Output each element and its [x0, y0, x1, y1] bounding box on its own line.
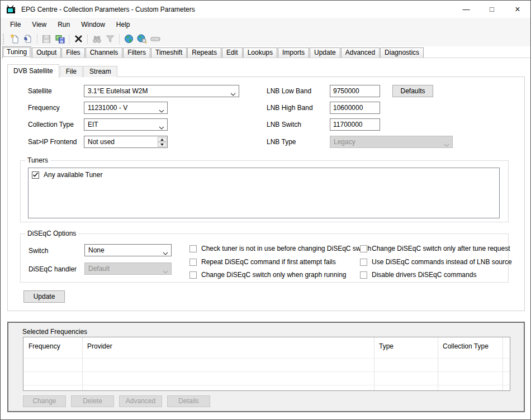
tv-app-icon: [6, 5, 16, 14]
tab-channels[interactable]: Channels: [86, 47, 123, 58]
menu-file[interactable]: File: [4, 18, 26, 31]
checkbox-disable-drivers-diseqc[interactable]: Disable drivers DiSEqC commands: [360, 271, 476, 279]
toolbar-separator: [37, 34, 37, 44]
diseqc-handler-select: Default: [84, 262, 172, 275]
update-button[interactable]: Update: [23, 290, 65, 303]
column-header-collection-type[interactable]: Collection Type: [438, 337, 502, 356]
satellite-label: Satellite: [28, 87, 52, 95]
diseqc-options-groupbox: DiSEqC Options Switch None DiSEqC handle…: [20, 233, 509, 283]
collection-type-select[interactable]: EIT: [84, 118, 168, 131]
diseqc-switch-select[interactable]: None: [84, 244, 172, 256]
diseqc-handler-label: DiSEqC handler: [29, 265, 77, 273]
menu-help[interactable]: Help: [111, 18, 136, 31]
menu-run[interactable]: Run: [52, 18, 75, 31]
checkbox-repeat-diseqc-command[interactable]: Repeat DiSEqC command if first attempt f…: [189, 258, 336, 266]
spin-down-button[interactable]: [158, 142, 167, 147]
chevron-down-icon: [230, 90, 236, 97]
lnb-high-band-input[interactable]: [330, 102, 380, 114]
tab-dvb-satellite[interactable]: DVB Satellite: [7, 64, 59, 78]
chevron-down-icon: [444, 141, 449, 148]
filter-icon[interactable]: [103, 32, 117, 45]
inner-tabstrip: DVB Satellite File Stream: [7, 63, 118, 77]
satellite-select[interactable]: 3.1°E Eutelsat W2M: [84, 85, 239, 97]
frequency-label: Frequency: [28, 104, 60, 112]
collection-type-label: Collection Type: [28, 121, 74, 128]
row-divider: [23, 371, 510, 372]
tab-output[interactable]: Output: [32, 47, 61, 58]
chevron-down-icon: [163, 268, 168, 275]
satip-frontend-spinner[interactable]: Not used: [84, 136, 168, 148]
toolbar: [1, 31, 530, 46]
minimize-button[interactable]: —: [453, 1, 479, 18]
save-collection-icon[interactable]: [53, 32, 67, 45]
tuners-group-title: Tuners: [25, 156, 50, 165]
lnb-high-band-label: LNB High Band: [267, 104, 313, 112]
checked-checkbox-icon: [32, 171, 39, 179]
column-divider: [374, 337, 374, 390]
lnb-switch-input[interactable]: [330, 118, 380, 131]
menu-window[interactable]: Window: [75, 18, 111, 31]
drive-icon[interactable]: [149, 32, 162, 45]
new-file-icon[interactable]: [8, 32, 21, 45]
web-icon[interactable]: [122, 32, 135, 45]
column-divider: [438, 337, 438, 390]
lnb-switch-label: LNB Switch: [267, 121, 301, 128]
open-file-icon[interactable]: [21, 32, 35, 45]
column-divider: [82, 337, 83, 390]
save-icon[interactable]: [40, 32, 53, 45]
diseqc-group-title: DiSEqC Options: [25, 230, 78, 238]
tab-tuning[interactable]: Tuning: [2, 46, 31, 58]
find-icon[interactable]: [90, 32, 103, 45]
maximize-button[interactable]: □: [479, 1, 505, 18]
chevron-down-icon: [159, 107, 164, 114]
spin-up-button[interactable]: [158, 137, 167, 142]
tab-timeshift[interactable]: Timeshift: [151, 47, 187, 58]
lnb-type-select: Legacy: [330, 136, 453, 148]
checkbox-use-diseqc-instead-lnb[interactable]: Use DiSEqC commands instead of LNB sourc…: [360, 258, 512, 266]
delete-button[interactable]: Delete: [71, 395, 114, 407]
advanced-button[interactable]: Advanced: [119, 395, 162, 407]
tab-file[interactable]: File: [60, 66, 83, 77]
checkbox-icon: [360, 245, 367, 252]
tab-filters[interactable]: Filters: [123, 47, 150, 58]
column-header-provider[interactable]: Provider: [82, 337, 374, 356]
delete-icon[interactable]: [72, 32, 85, 45]
defaults-button[interactable]: Defaults: [392, 85, 433, 97]
change-button[interactable]: Change: [23, 395, 66, 407]
tab-update[interactable]: Update: [310, 47, 340, 58]
tuners-listbox[interactable]: Any available Tuner: [28, 168, 500, 218]
frequency-select[interactable]: 11231000 - V: [84, 102, 168, 114]
menu-view[interactable]: View: [26, 18, 52, 31]
details-button[interactable]: Details: [167, 395, 210, 407]
tab-files[interactable]: Files: [61, 47, 84, 58]
checkbox-change-switch-after-tune[interactable]: Change DiSEqC switch only after tune req…: [360, 245, 510, 252]
toolbar-separator: [87, 34, 88, 44]
close-button[interactable]: ×: [505, 1, 530, 18]
tab-repeats[interactable]: Repeats: [187, 47, 221, 58]
tab-advanced[interactable]: Advanced: [341, 47, 380, 58]
tab-imports[interactable]: Imports: [278, 47, 309, 58]
checkbox-icon: [189, 245, 197, 252]
lnb-type-label: LNB Type: [267, 138, 296, 146]
toolbar-separator: [119, 34, 120, 44]
checkbox-icon: [189, 271, 197, 279]
row-divider: [23, 385, 510, 385]
selected-frequencies-panel: Selected Frequencies Frequency Provider …: [7, 322, 525, 412]
tab-diagnostics[interactable]: Diagnostics: [380, 47, 424, 58]
checkbox-check-tuner-not-in-use[interactable]: Check tuner is not in use before changin…: [189, 245, 371, 252]
web-search-icon[interactable]: [135, 32, 149, 45]
frequencies-actions: Change Delete Advanced Details: [23, 395, 210, 407]
tuner-any-available-checkbox[interactable]: Any available Tuner: [32, 171, 102, 179]
tab-lookups[interactable]: Lookups: [243, 47, 277, 58]
tab-edit[interactable]: Edit: [222, 47, 243, 58]
tab-stream[interactable]: Stream: [83, 66, 117, 77]
checkbox-icon: [189, 259, 197, 266]
checkbox-change-switch-graph-running[interactable]: Change DiSEqC switch only when graph run…: [189, 271, 346, 279]
column-header-type[interactable]: Type: [374, 337, 438, 356]
satip-frontend-label: Sat>IP Frontend: [28, 138, 77, 146]
frequencies-table[interactable]: Frequency Provider Type Collection Type: [23, 337, 510, 391]
toolbar-separator: [69, 34, 69, 44]
column-header-frequency[interactable]: Frequency: [23, 337, 82, 356]
lnb-low-band-input[interactable]: [330, 85, 380, 97]
menubar: File View Run Window Help: [1, 18, 530, 31]
